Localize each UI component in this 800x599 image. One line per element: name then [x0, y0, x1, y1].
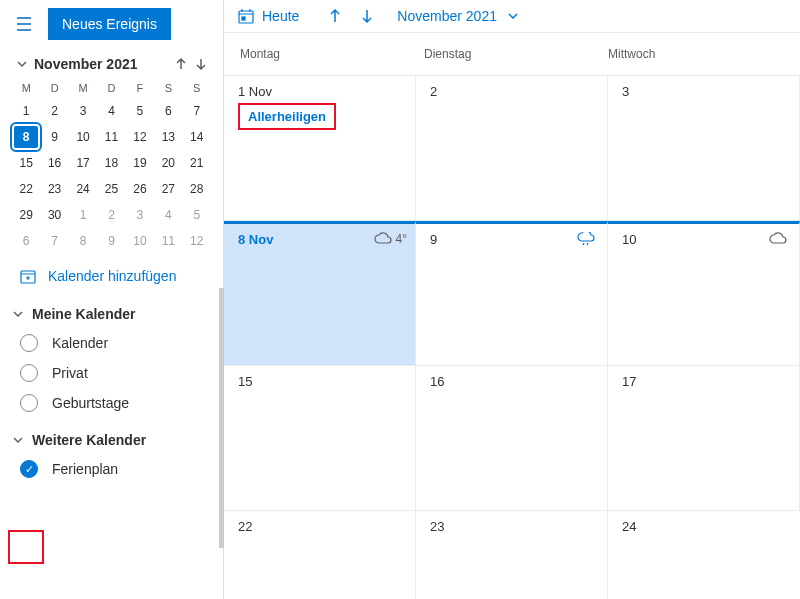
mini-day[interactable]: 22: [14, 178, 38, 200]
calendar-checkbox[interactable]: [20, 334, 38, 352]
mini-day[interactable]: 12: [128, 126, 152, 148]
day-cell[interactable]: 17: [608, 366, 800, 511]
day-cell[interactable]: 10: [608, 221, 800, 366]
svg-rect-2: [242, 17, 245, 20]
calendar-checkbox[interactable]: [20, 364, 38, 382]
chevron-down-icon[interactable]: [12, 54, 32, 74]
mini-dow: F: [126, 80, 154, 96]
mini-day[interactable]: 9: [43, 126, 67, 148]
mini-day[interactable]: 12: [185, 230, 209, 252]
day-cell[interactable]: 3: [608, 76, 800, 221]
mini-day[interactable]: 3: [71, 100, 95, 122]
mini-day[interactable]: 25: [99, 178, 123, 200]
mini-day[interactable]: 4: [99, 100, 123, 122]
my-calendars-label: Meine Kalender: [32, 306, 135, 322]
day-number: 16: [430, 374, 597, 389]
day-cell[interactable]: 1 Nov Allerheiligen: [224, 76, 416, 221]
mini-day[interactable]: 8: [71, 230, 95, 252]
menu-toggle[interactable]: [10, 10, 38, 38]
mini-day[interactable]: 2: [43, 100, 67, 122]
mini-day[interactable]: 21: [185, 152, 209, 174]
prev-period-arrow[interactable]: [319, 0, 351, 32]
mini-day[interactable]: 9: [99, 230, 123, 252]
mini-dow: D: [97, 80, 125, 96]
calendar-checkbox[interactable]: [20, 460, 38, 478]
calendar-item-ferienplan[interactable]: Ferienplan: [8, 454, 215, 484]
add-calendar-label: Kalender hinzufügen: [48, 268, 176, 284]
calendar-item-kalender[interactable]: Kalender: [8, 328, 215, 358]
calendar-item-label: Kalender: [52, 335, 108, 351]
mini-day[interactable]: 6: [14, 230, 38, 252]
mini-day[interactable]: 6: [156, 100, 180, 122]
calendar-item-geburtstage[interactable]: Geburtstage: [8, 388, 215, 418]
mini-calendar: November 2021 MDMDFSS1234567891011121314…: [0, 48, 223, 256]
day-cell-today[interactable]: 8 Nov 4°: [224, 221, 416, 366]
day-cell[interactable]: 16: [416, 366, 608, 511]
weekday-label: Dienstag: [424, 47, 608, 61]
mini-cal-month[interactable]: November 2021: [34, 56, 171, 72]
other-calendars-section[interactable]: Weitere Kalender: [8, 426, 215, 454]
mini-day[interactable]: 5: [185, 204, 209, 226]
day-number: 10: [622, 232, 789, 247]
day-number: 15: [238, 374, 405, 389]
day-number: 9: [430, 232, 597, 247]
mini-day[interactable]: 4: [156, 204, 180, 226]
weekday-label: Montag: [240, 47, 424, 61]
mini-day[interactable]: 11: [99, 126, 123, 148]
mini-day[interactable]: 10: [128, 230, 152, 252]
mini-day[interactable]: 18: [99, 152, 123, 174]
day-cell[interactable]: 24: [608, 511, 800, 599]
calendar-plus-icon: [20, 268, 36, 284]
mini-day[interactable]: 17: [71, 152, 95, 174]
weekday-header: Montag Dienstag Mittwoch: [224, 33, 800, 76]
day-cell[interactable]: 15: [224, 366, 416, 511]
mini-day[interactable]: 20: [156, 152, 180, 174]
mini-day[interactable]: 10: [71, 126, 95, 148]
day-number: 22: [238, 519, 405, 534]
day-cell[interactable]: 23: [416, 511, 608, 599]
calendar-item-label: Geburtstage: [52, 395, 129, 411]
svg-rect-1: [239, 11, 253, 23]
mini-day[interactable]: 28: [185, 178, 209, 200]
cloud-rain-icon: [577, 232, 595, 246]
mini-day[interactable]: 16: [43, 152, 67, 174]
mini-day[interactable]: 13: [156, 126, 180, 148]
next-period-arrow[interactable]: [351, 0, 383, 32]
calendar-checkbox[interactable]: [20, 394, 38, 412]
mini-day[interactable]: 26: [128, 178, 152, 200]
mini-day[interactable]: 8: [14, 126, 38, 148]
day-number: 1 Nov: [238, 84, 405, 99]
new-event-button[interactable]: Neues Ereignis: [48, 8, 171, 40]
mini-day[interactable]: 1: [14, 100, 38, 122]
mini-day[interactable]: 15: [14, 152, 38, 174]
day-cell[interactable]: 9: [416, 221, 608, 366]
mini-day[interactable]: 2: [99, 204, 123, 226]
mini-day[interactable]: 14: [185, 126, 209, 148]
day-cell[interactable]: 22: [224, 511, 416, 599]
temperature: 4°: [396, 232, 407, 246]
mini-day[interactable]: 1: [71, 204, 95, 226]
add-calendar-link[interactable]: Kalender hinzufügen: [0, 256, 223, 296]
month-picker[interactable]: November 2021: [397, 8, 519, 24]
mini-day[interactable]: 7: [185, 100, 209, 122]
day-number: 17: [622, 374, 789, 389]
today-button[interactable]: Heute: [234, 4, 303, 28]
mini-day[interactable]: 7: [43, 230, 67, 252]
my-calendars-section[interactable]: Meine Kalender: [8, 300, 215, 328]
mini-day[interactable]: 30: [43, 204, 67, 226]
mini-day[interactable]: 19: [128, 152, 152, 174]
event-allerheiligen[interactable]: Allerheiligen: [238, 103, 336, 130]
mini-day[interactable]: 29: [14, 204, 38, 226]
mini-day[interactable]: 11: [156, 230, 180, 252]
prev-month-arrow[interactable]: [171, 54, 191, 74]
next-month-arrow[interactable]: [191, 54, 211, 74]
mini-day[interactable]: 23: [43, 178, 67, 200]
mini-day[interactable]: 5: [128, 100, 152, 122]
mini-day[interactable]: 3: [128, 204, 152, 226]
mini-day[interactable]: 24: [71, 178, 95, 200]
calendar-item-privat[interactable]: Privat: [8, 358, 215, 388]
cloud-icon: [374, 232, 392, 246]
calendar-grid: 1 Nov Allerheiligen 2 3 8 Nov 4° 9 10: [224, 76, 800, 599]
day-cell[interactable]: 2: [416, 76, 608, 221]
mini-day[interactable]: 27: [156, 178, 180, 200]
